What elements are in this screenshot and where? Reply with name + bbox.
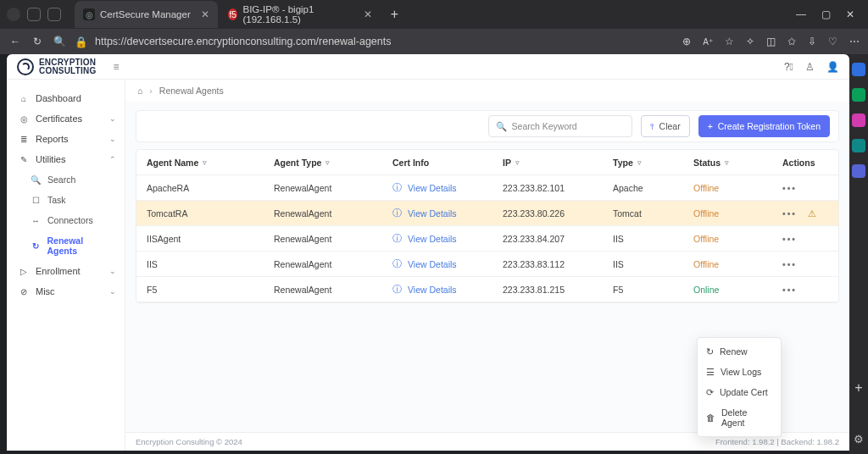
cell-actions[interactable]: •••: [777, 254, 845, 274]
cell-type: IIS: [608, 254, 688, 274]
more-icon[interactable]: ⋯: [849, 36, 860, 47]
cell-actions[interactable]: •••⚠: [777, 203, 845, 224]
zoom-icon[interactable]: ⊕: [682, 36, 691, 47]
cell-view-details[interactable]: ⓘView Details: [387, 177, 498, 199]
refresh-button[interactable]: ↻: [31, 35, 44, 48]
sidebar-app-1[interactable]: [852, 63, 865, 76]
downloads-icon[interactable]: ⇩: [808, 36, 816, 47]
cell-ip: 223.233.84.207: [498, 229, 608, 249]
table-row: ApacheRARenewalAgentⓘView Details223.233…: [136, 175, 838, 201]
brand-logo[interactable]: ENCRYPTION CONSULTING: [17, 58, 96, 75]
cell-agent-name: TomcatRA: [142, 203, 269, 224]
more-icon[interactable]: •••: [782, 259, 797, 269]
hamburger-icon[interactable]: ≡: [113, 61, 119, 73]
info-icon: ⓘ: [392, 182, 402, 194]
sidebar-label: Utilities: [36, 154, 65, 164]
user-icon[interactable]: 👤: [826, 61, 839, 73]
read-aloud-icon[interactable]: A⁺: [703, 37, 713, 47]
sidebar-item-renewal-agents[interactable]: ↻Renewal Agents: [7, 230, 125, 261]
cell-view-details[interactable]: ⓘView Details: [387, 228, 498, 250]
sidebar-label: Reports: [36, 134, 69, 144]
link-icon: ↔: [31, 216, 41, 225]
sidebar-item-certificates[interactable]: ◎Certificates⌄: [7, 108, 125, 129]
cell-actions[interactable]: •••: [777, 229, 845, 249]
clear-button[interactable]: ⫯ Clear: [641, 115, 690, 137]
cell-view-details[interactable]: ⓘView Details: [387, 253, 498, 275]
footer-version: Frontend: 1.98.2 | Backend: 1.98.2: [715, 437, 839, 446]
col-type[interactable]: Type▿: [608, 152, 688, 173]
favorite-icon[interactable]: ☆: [725, 36, 734, 47]
more-icon[interactable]: •••: [782, 183, 797, 193]
more-icon[interactable]: •••: [782, 234, 797, 244]
close-window-button[interactable]: ✕: [846, 8, 854, 20]
help-icon[interactable]: ?⃝: [784, 61, 793, 73]
sidebar-settings-button[interactable]: ⚙: [854, 433, 864, 446]
close-icon[interactable]: ✕: [364, 8, 372, 20]
search-input[interactable]: 🔍 Search Keyword: [488, 115, 632, 137]
sidebar-item-connectors[interactable]: ↔Connectors: [7, 210, 125, 230]
filter-icon[interactable]: ▿: [637, 158, 642, 167]
sidebar-item-task[interactable]: ☐Task: [7, 190, 125, 210]
extensions-icon[interactable]: ✧: [746, 36, 754, 47]
sidebar-item-misc[interactable]: ⊘Misc⌄: [7, 281, 125, 302]
cell-ip: 223.233.83.112: [498, 254, 608, 274]
split-screen-icon[interactable]: [47, 8, 61, 21]
col-ip[interactable]: IP▿: [498, 152, 608, 173]
filter-icon[interactable]: ▿: [326, 158, 330, 167]
sidebar-app-5[interactable]: [852, 164, 865, 178]
cell-agent-name: IISAgent: [142, 229, 269, 249]
sidebar-item-search[interactable]: 🔍Search: [7, 169, 125, 190]
cell-actions[interactable]: •••: [777, 280, 845, 300]
sidebar-item-utilities[interactable]: ✎Utilities⌃: [7, 149, 125, 169]
sidebar-item-dashboard[interactable]: ⌂Dashboard: [7, 88, 125, 108]
more-icon[interactable]: •••: [782, 208, 797, 219]
filter-icon[interactable]: ▿: [725, 158, 729, 167]
app-frame: ENCRYPTION CONSULTING ≡ ?⃝ ♙ 👤 ⌂Dashboar…: [7, 54, 849, 451]
filter-icon: ⫯: [650, 121, 654, 131]
window-controls: — ▢ ✕: [796, 8, 861, 20]
search-button[interactable]: 🔍: [53, 35, 66, 48]
col-agent-name[interactable]: Agent Name▿: [142, 152, 269, 173]
tab-label: BIG-IP® - bigip1 (192.168.1.5): [242, 4, 353, 25]
sidebar-app-4[interactable]: [852, 139, 865, 152]
cell-status: Online: [688, 280, 777, 300]
breadcrumb-page[interactable]: Renewal Agents: [159, 86, 224, 96]
menu-update-cert[interactable]: ⟳Update Cert: [698, 382, 781, 402]
maximize-button[interactable]: ▢: [821, 8, 831, 20]
back-button[interactable]: ←: [8, 35, 22, 48]
filter-icon[interactable]: ▿: [515, 158, 520, 167]
tab-certsecure[interactable]: ◎ CertSecure Manager ✕: [75, 1, 218, 28]
heart-icon[interactable]: ♡: [828, 36, 837, 47]
menu-renew[interactable]: ↻Renew: [698, 341, 781, 362]
cell-view-details[interactable]: ⓘView Details: [387, 279, 498, 301]
new-tab-button[interactable]: +: [382, 7, 407, 22]
info-icon: ⓘ: [392, 233, 402, 245]
create-token-button[interactable]: + Create Registration Token: [698, 115, 830, 137]
cell-actions[interactable]: •••: [777, 178, 845, 198]
split-icon[interactable]: ◫: [766, 36, 776, 47]
close-icon[interactable]: ✕: [201, 8, 209, 20]
cell-view-details[interactable]: ⓘView Details: [387, 202, 498, 224]
col-status[interactable]: Status▿: [688, 152, 777, 173]
menu-view-logs[interactable]: ☰View Logs: [698, 362, 781, 382]
collections-icon[interactable]: ✩: [787, 36, 796, 47]
sidebar-app-3[interactable]: [852, 114, 865, 127]
minimize-button[interactable]: —: [796, 8, 806, 20]
browser-toolbar: ← ↻ 🔍 🔒 https://devcertsecure.encryption…: [0, 29, 868, 54]
menu-delete-agent[interactable]: 🗑Delete Agent: [698, 402, 781, 433]
sidebar-item-enrollment[interactable]: ▷Enrollment⌄: [7, 261, 125, 281]
org-icon[interactable]: ♙: [805, 61, 815, 73]
address-bar[interactable]: 🔒 https://devcertsecure.encryptionconsul…: [75, 36, 674, 48]
cell-agent-type: RenewalAgent: [269, 178, 387, 198]
sidebar-app-2[interactable]: [852, 88, 865, 102]
lock-icon: 🔒: [75, 36, 88, 48]
more-icon[interactable]: •••: [782, 285, 797, 295]
home-icon[interactable]: ⌂: [137, 86, 142, 96]
profile-avatar[interactable]: [7, 8, 20, 21]
workspaces-icon[interactable]: [27, 8, 41, 21]
sidebar-add-button[interactable]: +: [854, 380, 862, 396]
filter-icon[interactable]: ▿: [203, 158, 207, 167]
tab-bigip[interactable]: f5 BIG-IP® - bigip1 (192.168.1.5) ✕: [220, 1, 381, 28]
sidebar-item-reports[interactable]: ≣Reports⌄: [7, 129, 125, 149]
col-agent-type[interactable]: Agent Type▿: [269, 152, 387, 173]
